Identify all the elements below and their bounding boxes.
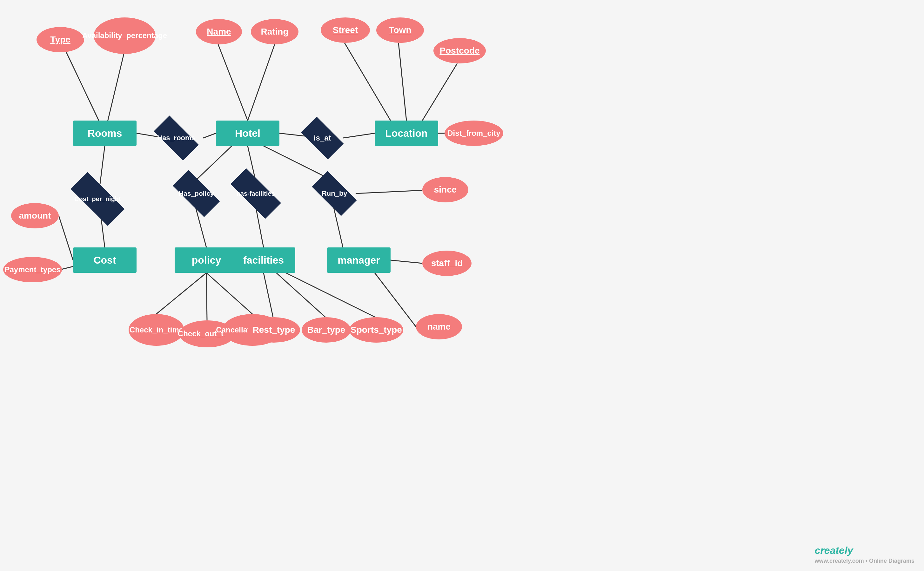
attr-town: Town: [376, 17, 424, 43]
svg-line-3: [203, 133, 216, 138]
entity-policy[interactable]: policy: [175, 247, 238, 273]
entity-cost[interactable]: Cost: [73, 247, 136, 273]
attr-name-manager: name: [416, 314, 462, 340]
svg-line-28: [263, 273, 273, 317]
attr-since: since: [422, 177, 468, 202]
svg-line-9: [398, 43, 406, 120]
svg-line-0: [60, 40, 105, 133]
svg-line-14: [59, 216, 73, 260]
attr-amount: amount: [11, 203, 59, 228]
rel-run-by[interactable]: Run_by: [312, 171, 357, 216]
attr-payment-types: Payment_types: [3, 257, 62, 282]
svg-line-5: [248, 45, 275, 120]
attr-dist-from-city: Dist_from_city: [444, 120, 503, 146]
svg-line-15: [60, 267, 73, 270]
connections-svg: [0, 0, 924, 571]
svg-line-26: [206, 273, 207, 320]
entity-manager[interactable]: manager: [327, 247, 390, 273]
attr-name-hotel: Name: [196, 19, 242, 45]
svg-line-12: [100, 146, 105, 184]
entity-rooms[interactable]: Rooms: [73, 120, 136, 146]
svg-line-25: [156, 273, 206, 314]
svg-line-27: [206, 273, 252, 314]
attr-check-in-time: Check_in_time: [128, 314, 184, 346]
entity-hotel[interactable]: Hotel: [216, 120, 279, 146]
svg-line-10: [422, 63, 457, 120]
attr-type: Type: [37, 27, 84, 52]
attr-postcode: Postcode: [433, 38, 486, 63]
rel-has-facilities[interactable]: has-facilities: [231, 168, 281, 219]
rel-cost-per-night[interactable]: Cost_per_night: [71, 172, 125, 226]
entity-facilities[interactable]: facilities: [232, 247, 295, 273]
rel-has-policy[interactable]: Has_policy: [173, 170, 220, 217]
svg-line-8: [345, 43, 390, 120]
rel-has-rooms[interactable]: Has_rooms: [154, 116, 198, 160]
svg-line-29: [276, 273, 325, 317]
svg-line-4: [218, 45, 248, 120]
attr-bar-type: Bar_type: [302, 317, 351, 343]
rel-is-at[interactable]: is_at: [301, 117, 344, 159]
watermark: creately www.creately.com • Online Diagr…: [815, 545, 915, 565]
attr-sports-type: Sports_type: [349, 317, 403, 343]
diagram-container: Rooms Hotel Location Cost policy facilit…: [0, 0, 924, 571]
entity-location[interactable]: Location: [375, 120, 438, 146]
svg-line-7: [343, 133, 375, 138]
attr-rating: Rating: [251, 19, 299, 45]
svg-line-16: [195, 146, 232, 181]
svg-line-22: [356, 190, 422, 193]
attr-availability: Availability_percentage: [94, 17, 156, 54]
attr-street: Street: [321, 17, 370, 43]
attr-staff-id: staff_id: [422, 251, 472, 276]
svg-line-23: [390, 260, 422, 263]
attr-rest-type: Rest_type: [248, 317, 300, 343]
svg-line-30: [286, 273, 375, 317]
